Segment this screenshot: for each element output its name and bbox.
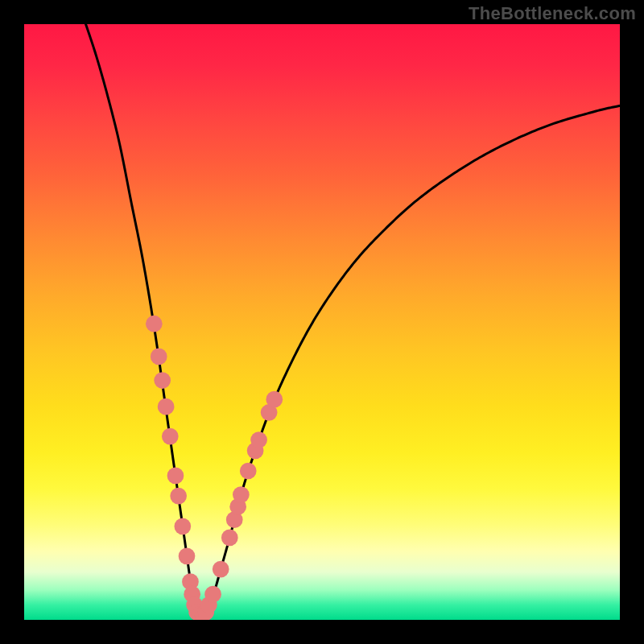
data-marker [170, 488, 187, 505]
watermark-label: TheBottleneck.com [469, 3, 636, 24]
data-marker [162, 428, 179, 445]
data-marker [158, 398, 175, 415]
data-marker [233, 486, 250, 503]
data-marker [266, 391, 283, 408]
data-marker [213, 561, 229, 578]
data-marker [154, 372, 171, 389]
data-marker [151, 349, 167, 365]
data-marker [179, 547, 196, 564]
data-marker [240, 463, 257, 480]
data-marker [250, 431, 267, 448]
canvas-frame: TheBottleneck.com [0, 0, 644, 644]
bottleneck-chart [24, 24, 620, 620]
data-marker [167, 468, 184, 485]
data-marker [146, 316, 163, 332]
data-marker [174, 518, 191, 535]
data-marker [221, 530, 238, 547]
data-marker [204, 586, 221, 603]
